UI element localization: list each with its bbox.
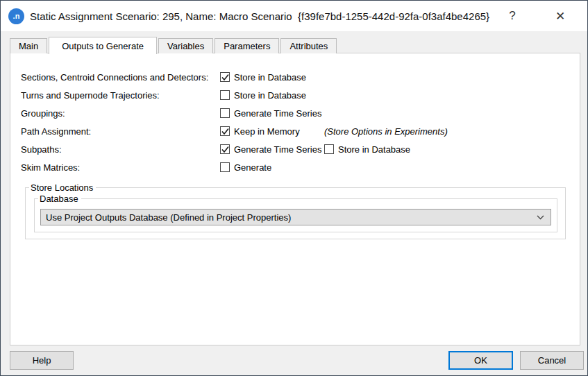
row-label: Skim Matrices: — [21, 162, 220, 173]
row-skim-matrices: Skim Matrices: Generate — [21, 158, 580, 176]
database-select-value: Use Project Outputs Database (Defined in… — [41, 212, 530, 223]
checkbox-label: Keep in Memory — [234, 126, 300, 137]
app-logo-icon: .n — [8, 8, 24, 24]
row-sections: Sections, Centroid Connections and Detec… — [21, 68, 580, 86]
title-bar: .n Static Assignment Scenario: 295, Name… — [1, 1, 587, 31]
row-path-assignment: Path Assignment: Keep in Memory (Store O… — [21, 122, 580, 140]
row-groupings: Groupings: Generate Time Series — [21, 104, 580, 122]
tab-variables[interactable]: Variables — [158, 38, 213, 53]
store-locations-group: Store Locations Database Use Project Out… — [25, 182, 566, 239]
outputs-panel: Sections, Centroid Connections and Detec… — [10, 53, 580, 345]
checkbox-icon[interactable] — [220, 72, 230, 82]
checkbox-store-in-database-turns[interactable]: Store in Database — [220, 90, 306, 101]
path-assignment-note: (Store Options in Experiments) — [324, 126, 448, 137]
row-label: Sections, Centroid Connections and Detec… — [21, 72, 220, 83]
checkbox-icon[interactable] — [220, 90, 230, 100]
row-label: Subpaths: — [21, 144, 220, 155]
database-label: Database — [38, 194, 81, 204]
checkbox-keep-in-memory[interactable]: Keep in Memory — [220, 126, 324, 137]
row-label: Turns and Supernode Trajectories: — [21, 90, 220, 101]
row-turns: Turns and Supernode Trajectories: Store … — [21, 86, 580, 104]
close-icon[interactable]: ✕ — [550, 6, 571, 26]
store-locations-label: Store Locations — [29, 182, 96, 193]
checkbox-icon[interactable] — [220, 144, 230, 154]
ok-button[interactable]: OK — [448, 351, 513, 370]
checkmark-icon — [221, 74, 229, 81]
row-label: Path Assignment: — [21, 126, 220, 137]
cancel-button[interactable]: Cancel — [520, 351, 584, 370]
checkbox-generate-skim[interactable]: Generate — [220, 162, 271, 173]
checkbox-generate-time-series-subpaths[interactable]: Generate Time Series — [220, 144, 324, 155]
database-select[interactable]: Use Project Outputs Database (Defined in… — [40, 209, 551, 225]
dialog-title: Static Assignment Scenario: 295, Name: M… — [30, 10, 489, 22]
checkbox-label: Store in Database — [338, 144, 410, 155]
checkbox-store-in-database-sections[interactable]: Store in Database — [220, 72, 306, 83]
checkbox-label: Generate Time Series — [234, 108, 321, 119]
checkmark-icon — [221, 128, 229, 135]
chevron-down-icon[interactable] — [530, 215, 551, 220]
checkbox-label: Store in Database — [234, 90, 306, 101]
titlebar-help-button[interactable]: ? — [502, 6, 523, 26]
checkbox-label: Generate Time Series — [234, 144, 321, 155]
checkbox-store-in-database-subpaths[interactable]: Store in Database — [324, 144, 410, 155]
tab-parameters[interactable]: Parameters — [215, 38, 279, 53]
scenario-dialog: .n Static Assignment Scenario: 295, Name… — [0, 0, 588, 376]
output-option-rows: Sections, Centroid Connections and Detec… — [10, 53, 580, 176]
checkbox-icon[interactable] — [220, 162, 230, 172]
row-subpaths: Subpaths: Generate Time Series Store in … — [21, 140, 580, 158]
tab-attributes[interactable]: Attributes — [280, 38, 337, 53]
checkbox-generate-time-series-groupings[interactable]: Generate Time Series — [220, 108, 321, 119]
checkbox-icon[interactable] — [220, 126, 230, 136]
tab-main[interactable]: Main — [10, 38, 47, 53]
row-label: Groupings: — [21, 108, 220, 119]
checkbox-label: Store in Database — [234, 72, 306, 83]
database-group: Database Use Project Outputs Database (D… — [34, 194, 557, 232]
checkmark-icon — [221, 146, 229, 153]
help-button[interactable]: Help — [10, 351, 74, 370]
tab-outputs-to-generate[interactable]: Outputs to Generate — [49, 37, 157, 54]
checkbox-icon[interactable] — [324, 144, 334, 154]
tab-bar: Main Outputs to Generate Variables Param… — [10, 36, 338, 53]
checkbox-label: Generate — [234, 162, 271, 173]
checkbox-icon[interactable] — [220, 108, 230, 118]
